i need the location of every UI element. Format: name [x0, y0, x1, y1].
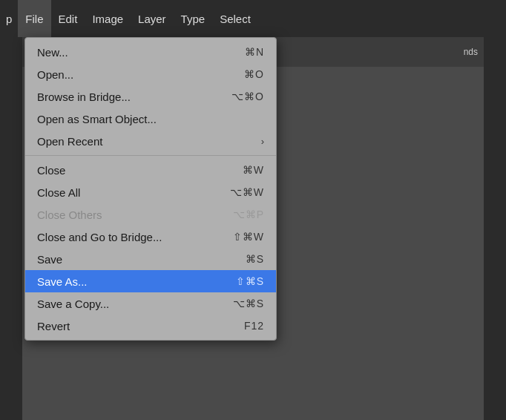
- menu-item-recent[interactable]: Open Recent ›: [25, 130, 276, 152]
- menu-item-close[interactable]: Close ⌘W: [25, 159, 276, 181]
- menu-item-save-copy-label: Save a Copy...: [37, 298, 109, 310]
- menu-item-new-label: New...: [37, 46, 68, 59]
- menubar: p File Edit Image Layer Type Select: [0, 0, 506, 37]
- menu-item-close-bridge-shortcut: ⇧⌘W: [233, 231, 264, 243]
- options-label-right: nds: [464, 47, 478, 57]
- menu-item-new-shortcut: ⌘N: [245, 46, 264, 58]
- menu-item-close-all-label: Close All: [37, 186, 80, 199]
- menu-item-open[interactable]: Open... ⌘O: [25, 63, 276, 85]
- menubar-item-edit[interactable]: Edit: [51, 0, 85, 37]
- menubar-item-app[interactable]: p: [0, 0, 18, 37]
- menu-item-close-bridge[interactable]: Close and Go to Bridge... ⇧⌘W: [25, 226, 276, 248]
- chevron-right-icon: ›: [261, 136, 264, 147]
- menu-item-save-as[interactable]: Save As... ⇧⌘S: [25, 270, 276, 292]
- menu-item-save-copy[interactable]: Save a Copy... ⌥⌘S: [25, 292, 276, 315]
- menu-item-revert-shortcut: F12: [244, 320, 264, 332]
- menu-item-save-copy-shortcut: ⌥⌘S: [233, 298, 264, 309]
- menu-item-save-shortcut: ⌘S: [246, 253, 264, 265]
- menu-item-save-label: Save: [37, 253, 62, 266]
- menu-item-new[interactable]: New... ⌘N: [25, 41, 276, 63]
- menu-item-close-shortcut: ⌘W: [243, 164, 264, 176]
- menu-item-smart[interactable]: Open as Smart Object...: [25, 108, 276, 130]
- menu-item-smart-label: Open as Smart Object...: [37, 113, 157, 125]
- tools-panel: [0, 37, 22, 420]
- menu-item-close-others-shortcut: ⌥⌘P: [233, 209, 264, 220]
- menu-item-save[interactable]: Save ⌘S: [25, 248, 276, 270]
- menu-item-revert-label: Revert: [37, 320, 70, 332]
- menubar-item-file[interactable]: File: [18, 0, 50, 37]
- menu-item-open-label: Open...: [37, 68, 73, 81]
- menubar-item-layer[interactable]: Layer: [131, 0, 174, 37]
- menu-item-open-shortcut: ⌘O: [244, 68, 264, 80]
- menu-item-close-label: Close: [37, 164, 65, 177]
- menu-item-browse-shortcut: ⌥⌘O: [231, 91, 264, 102]
- menubar-item-select[interactable]: Select: [212, 0, 258, 37]
- menubar-item-type[interactable]: Type: [174, 0, 213, 37]
- file-menu-dropdown: New... ⌘N Open... ⌘O Browse in Bridge...…: [24, 37, 277, 341]
- menu-item-recent-label: Open Recent: [37, 135, 102, 148]
- menu-item-close-all[interactable]: Close All ⌥⌘W: [25, 181, 276, 203]
- menu-item-browse[interactable]: Browse in Bridge... ⌥⌘O: [25, 85, 276, 108]
- menu-item-browse-label: Browse in Bridge...: [37, 91, 131, 103]
- menu-item-close-all-shortcut: ⌥⌘W: [230, 186, 264, 198]
- menubar-item-image[interactable]: Image: [85, 0, 131, 37]
- menu-item-revert[interactable]: Revert F12: [25, 315, 276, 337]
- right-panel: [484, 37, 506, 420]
- menu-item-close-others-label: Close Others: [37, 209, 102, 221]
- menu-item-close-bridge-label: Close and Go to Bridge...: [37, 231, 162, 243]
- menu-item-save-as-label: Save As...: [37, 275, 88, 288]
- menu-item-close-others: Close Others ⌥⌘P: [25, 203, 276, 226]
- menu-item-save-as-shortcut: ⇧⌘S: [236, 275, 264, 287]
- menu-divider-1: [25, 155, 276, 156]
